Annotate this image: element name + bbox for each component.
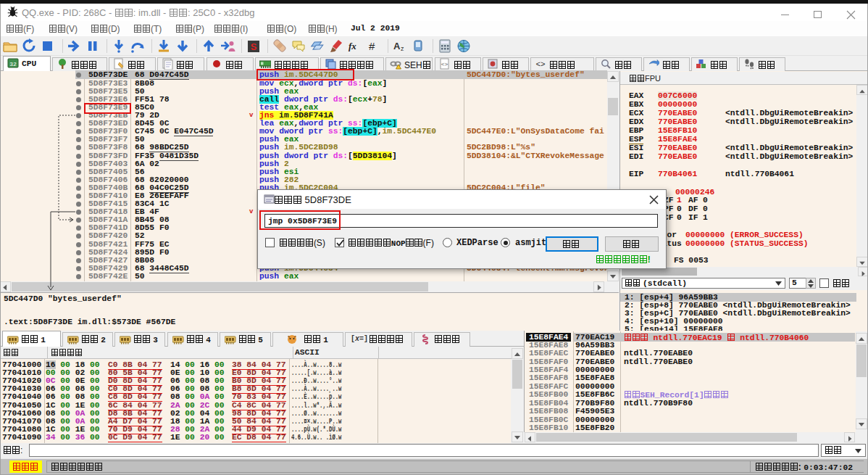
svg-text:fx: fx <box>349 41 356 51</box>
svg-text:A: A <box>393 41 401 51</box>
svg-text:<>: <> <box>535 60 545 69</box>
svg-text:#: # <box>369 40 375 52</box>
svg-text:z: z <box>401 45 404 52</box>
svg-text:32: 32 <box>9 61 17 67</box>
svg-text:<>: <> <box>441 61 448 67</box>
svg-text:S: S <box>251 41 257 52</box>
